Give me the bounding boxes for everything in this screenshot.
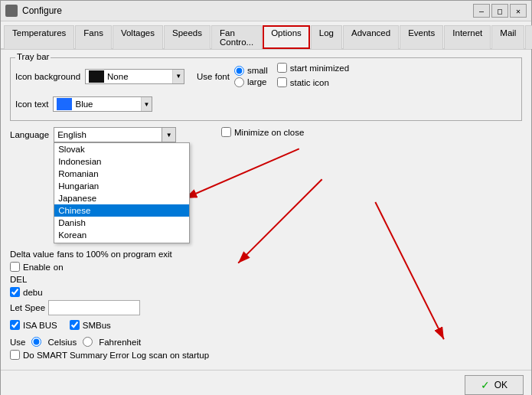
tab-advanced[interactable]: Advanced xyxy=(343,25,399,49)
language-label: Language xyxy=(10,130,49,139)
icon-background-dropdown[interactable]: None ▼ xyxy=(85,69,184,84)
font-small-label: small xyxy=(247,66,268,75)
language-area: Language English ▼ Slovak Indonesian Rom… xyxy=(10,127,209,332)
icon-text-value: Blue xyxy=(75,100,140,109)
lang-item-slovak[interactable]: Slovak xyxy=(54,143,189,155)
language-dropdown[interactable]: Slovak Indonesian Romanian Hungarian Jap… xyxy=(54,142,190,243)
start-minimized-label: start minimized xyxy=(290,64,349,73)
isa-bus-row: ISA BUS xyxy=(10,320,57,330)
tab-internet[interactable]: Internet xyxy=(444,25,491,49)
icon-background-value: None xyxy=(107,72,172,81)
sm-bus-checkbox[interactable] xyxy=(70,320,80,330)
font-radio-group: small large xyxy=(234,66,268,87)
content-area: Tray bar Icon background None ▼ Use font… xyxy=(1,50,531,370)
icon-text-dropdown[interactable]: Blue ▼ xyxy=(53,96,152,112)
tab-options[interactable]: Options xyxy=(263,25,310,49)
lang-item-hungarian[interactable]: Hungarian xyxy=(54,180,189,192)
use-row: Use Celsius Fahrenheit xyxy=(10,337,522,347)
icon-text-dropdown-arrow[interactable]: ▼ xyxy=(141,97,152,111)
bus-row: ISA BUS SMBus xyxy=(10,320,209,332)
title-bar-left: Configure xyxy=(5,5,62,17)
lang-item-indonesian[interactable]: Indonesian xyxy=(54,155,189,168)
tray-bar-title: Tray bar xyxy=(15,52,51,61)
start-minimized-row: start minimized xyxy=(277,63,349,73)
let-spee-input[interactable] xyxy=(48,300,140,315)
tab-fan-control[interactable]: Fan Contro... xyxy=(211,25,262,49)
icon-background-dropdown-arrow[interactable]: ▼ xyxy=(172,70,184,83)
ok-button[interactable]: ✓ OK xyxy=(465,375,524,395)
tab-xap[interactable]: xAP xyxy=(525,25,532,49)
tab-events[interactable]: Events xyxy=(400,25,443,49)
delta-values-row: Delta value fans to 100% on program exit xyxy=(10,250,209,259)
lang-item-korean[interactable]: Korean xyxy=(54,229,189,241)
language-dropdown-scroll[interactable]: Slovak Indonesian Romanian Hungarian Jap… xyxy=(54,143,189,243)
language-row: Language English ▼ Slovak Indonesian Rom… xyxy=(10,127,209,142)
smart-label: Do SMART Summary Error Log scan on start… xyxy=(23,351,209,360)
font-small-radio[interactable] xyxy=(234,66,244,76)
icon-text-label: Icon text xyxy=(15,100,48,109)
tray-checkboxes: start minimized static icon xyxy=(277,63,349,90)
icon-background-color-swatch xyxy=(89,70,104,83)
window-title: Configure xyxy=(22,5,62,16)
tab-temperatures[interactable]: Temperatures xyxy=(4,25,74,49)
smart-checkbox[interactable] xyxy=(10,350,20,360)
start-minimized-checkbox[interactable] xyxy=(277,63,287,73)
font-small-row: small xyxy=(234,66,268,76)
lang-item-japanese[interactable]: Japanese xyxy=(54,192,189,204)
language-dropdown-arrow[interactable]: ▼ xyxy=(162,128,175,142)
language-input[interactable]: English ▼ xyxy=(54,127,176,142)
lang-item-romanian[interactable]: Romanian xyxy=(54,168,189,180)
static-icon-label: static icon xyxy=(290,78,329,87)
ok-check-icon: ✓ xyxy=(481,379,490,391)
let-spee-row: Let Spee xyxy=(10,300,209,315)
static-icon-checkbox[interactable] xyxy=(277,77,287,87)
minimize-button[interactable]: — xyxy=(473,4,490,18)
tab-voltages[interactable]: Voltages xyxy=(113,25,163,49)
tab-speeds[interactable]: Speeds xyxy=(164,25,211,49)
tab-mail[interactable]: Mail xyxy=(491,25,524,49)
minimize-on-close-checkbox[interactable] xyxy=(221,127,231,137)
celsius-label: Celsius xyxy=(47,338,77,347)
enable-label: Enable xyxy=(23,263,51,272)
close-button[interactable]: ✕ xyxy=(510,4,527,18)
lang-item-danish[interactable]: Danish xyxy=(54,217,189,229)
font-large-label: large xyxy=(247,77,267,87)
language-container: English ▼ Slovak Indonesian Romanian Hun… xyxy=(54,127,176,142)
fahrenheit-radio[interactable] xyxy=(83,337,93,347)
main-window: Configure — □ ✕ Temperatures Fans Voltag… xyxy=(0,0,532,395)
isa-bus-checkbox[interactable] xyxy=(10,320,20,330)
app-icon xyxy=(5,5,18,17)
icon-text-color-swatch xyxy=(57,98,72,110)
sm-bus-row: SMBus xyxy=(70,320,111,330)
celsius-radio[interactable] xyxy=(31,337,41,347)
title-bar: Configure — □ ✕ xyxy=(1,1,531,21)
isa-bus-label: ISA BUS xyxy=(23,321,57,330)
font-large-radio[interactable] xyxy=(234,77,244,87)
maximize-button[interactable]: □ xyxy=(491,4,508,18)
ok-label: OK xyxy=(494,380,508,390)
use-font-label: Use font xyxy=(197,72,230,81)
icon-background-label: Icon background xyxy=(15,72,80,81)
static-icon-row: static icon xyxy=(277,77,349,87)
smart-row: Do SMART Summary Error Log scan on start… xyxy=(10,350,522,360)
let-spee-label: Let Spee xyxy=(10,303,45,312)
language-options-row: Language English ▼ Slovak Indonesian Rom… xyxy=(10,127,522,332)
tab-bar: Temperatures Fans Voltages Speeds Fan Co… xyxy=(1,21,531,50)
tray-bar-section: Tray bar Icon background None ▼ Use font… xyxy=(10,57,522,121)
bottom-bar: ✓ OK xyxy=(1,370,531,395)
enable-checkbox[interactable] xyxy=(10,262,20,272)
fans-to-100-label: fans to 100% on program exit xyxy=(57,250,172,259)
language-current-value: English xyxy=(54,129,162,140)
tab-fans[interactable]: Fans xyxy=(75,25,112,49)
tab-log[interactable]: Log xyxy=(311,25,342,49)
del-label: DEL xyxy=(10,275,27,284)
del-row: DEL xyxy=(10,275,209,284)
debug-row: debu xyxy=(10,287,209,297)
fahrenheit-label: Fahrenheit xyxy=(99,338,141,347)
icon-text-row: Icon text Blue ▼ xyxy=(15,96,517,112)
debug-checkbox[interactable] xyxy=(10,287,20,297)
icon-background-row: Icon background None ▼ Use font small la… xyxy=(15,63,517,90)
debug-label: debu xyxy=(23,288,43,297)
lang-item-chinese[interactable]: Chinese xyxy=(54,204,189,217)
use-label: Use xyxy=(10,338,25,347)
